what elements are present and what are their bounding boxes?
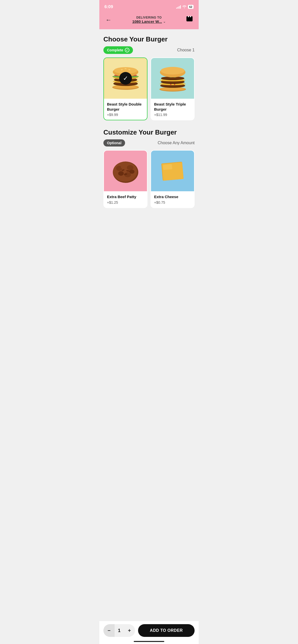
wifi-icon (182, 5, 186, 9)
cheese-info: Extra Cheese +$0.75 (151, 191, 194, 208)
svg-rect-3 (190, 16, 191, 17)
signal-icon (176, 5, 181, 9)
cart-icon (185, 15, 194, 23)
customize-burger-section: Customize Your Burger Optional Choose An… (103, 128, 195, 208)
burger-double-image: ✓ (104, 58, 147, 99)
complete-badge: Complete ✓ (103, 46, 133, 54)
back-button[interactable]: ← (104, 16, 113, 24)
complete-badge-text: Complete (107, 48, 123, 52)
chevron-down-icon: ⌄ (163, 20, 166, 23)
burger-card-triple[interactable]: Beast Style Triple Burger +$11.99 (151, 57, 195, 120)
customize-burger-meta: Optional Choose Any Amount (103, 139, 195, 147)
double-burger-info: Beast Style Double Burger +$9.99 (104, 99, 147, 120)
extra-beef-patty-card[interactable]: Extra Beef Patty +$1.25 (103, 150, 147, 208)
cheese-name: Extra Cheese (154, 194, 191, 199)
beef-patty-price: +$1.25 (107, 200, 144, 204)
svg-rect-2 (188, 16, 189, 17)
triple-burger-svg (156, 65, 189, 92)
beef-patty-name: Extra Beef Patty (107, 194, 144, 199)
selected-overlay: ✓ (119, 72, 132, 85)
customize-burger-title: Customize Your Burger (103, 128, 195, 136)
cheese-svg (157, 157, 188, 185)
selected-check-icon: ✓ (123, 75, 128, 81)
header-center: DELIVERING TO 1080 Lancer W... ⌄ (113, 16, 185, 24)
choose-burger-section: Choose Your Burger Complete ✓ Choose 1 (103, 35, 195, 120)
status-time: 6:09 (104, 4, 113, 9)
svg-point-34 (161, 67, 185, 75)
beef-patty-image (104, 151, 147, 191)
triple-burger-price: +$11.99 (154, 113, 191, 117)
customize-cards-grid: Extra Beef Patty +$1.25 Extra Chees (103, 150, 195, 208)
main-content: Choose Your Burger Complete ✓ Choose 1 (99, 29, 199, 247)
cheese-image (151, 151, 194, 191)
cheese-price: +$0.75 (154, 200, 191, 204)
back-arrow-icon: ← (105, 16, 112, 23)
delivering-label: DELIVERING TO (113, 16, 185, 19)
burger-card-double[interactable]: ✓ Beast Style Double Burger +$9.99 (103, 57, 147, 120)
beef-patty-svg (110, 157, 141, 185)
cart-button[interactable] (185, 15, 194, 24)
address-text: 1080 Lancer W... (132, 19, 162, 24)
complete-checkmark-icon: ✓ (125, 48, 129, 52)
status-icons: 62 (176, 5, 194, 9)
svg-point-40 (118, 171, 124, 176)
choose-1-label: Choose 1 (177, 48, 195, 52)
battery-icon: 62 (188, 5, 194, 9)
address-row[interactable]: 1080 Lancer W... ⌄ (113, 19, 185, 24)
optional-badge: Optional (103, 139, 125, 147)
extra-cheese-card[interactable]: Extra Cheese +$0.75 (151, 150, 195, 208)
double-burger-price: +$9.99 (107, 113, 144, 117)
choose-any-label: Choose Any Amount (158, 141, 195, 145)
triple-burger-info: Beast Style Triple Burger +$11.99 (151, 99, 194, 120)
beef-patty-info: Extra Beef Patty +$1.25 (104, 191, 147, 208)
header: ← DELIVERING TO 1080 Lancer W... ⌄ (99, 13, 199, 29)
triple-burger-name: Beast Style Triple Burger (154, 102, 191, 112)
choose-burger-meta: Complete ✓ Choose 1 (103, 46, 195, 54)
svg-rect-48 (163, 164, 172, 170)
status-bar: 6:09 62 (99, 0, 199, 13)
choose-burger-title: Choose Your Burger (103, 35, 195, 43)
burger-cards-grid: ✓ Beast Style Double Burger +$9.99 (103, 57, 195, 120)
svg-point-39 (127, 165, 133, 170)
svg-rect-1 (186, 16, 193, 21)
svg-point-0 (184, 8, 185, 8)
svg-point-38 (121, 164, 128, 169)
double-burger-name: Beast Style Double Burger (107, 102, 144, 112)
burger-triple-image (151, 58, 194, 99)
svg-point-42 (129, 170, 134, 174)
